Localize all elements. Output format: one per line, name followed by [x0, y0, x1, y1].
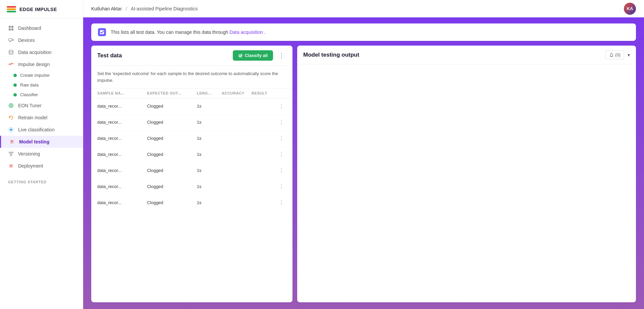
table-row: data_recor... Clogged 1s ⋮ [91, 114, 292, 130]
output-dropdown-button[interactable]: ▾ [628, 52, 630, 58]
sidebar-item-label-versioning: Versioning [18, 151, 40, 157]
table-body: data_recor... Clogged 1s ⋮ data_recor...… [91, 98, 292, 211]
user-avatar[interactable]: KA [624, 3, 636, 15]
data-icon [8, 49, 14, 55]
sidebar-item-deployment[interactable]: Deployment [0, 160, 83, 172]
cell-sample-2: data_recor... [97, 136, 147, 141]
cell-length-2: 1s [197, 136, 222, 141]
cell-expected-3: Clogged [147, 152, 197, 157]
sidebar-item-model-testing[interactable]: Model testing [0, 136, 83, 148]
top-header: Kutluhan Aktar / AI-assisted Pipeline Di… [83, 0, 644, 17]
table-row: data_recor... Clogged 1s ⋮ [91, 179, 292, 195]
cell-length-0: 1s [197, 104, 222, 109]
test-data-title: Test data [97, 52, 122, 59]
svg-point-9 [10, 105, 12, 107]
sidebar-sub-label-create-impulse: Create impulse [20, 73, 49, 78]
sidebar-item-classifier[interactable]: Classifier [0, 90, 83, 100]
sidebar-item-retrain-model[interactable]: Retrain model [0, 112, 83, 124]
table-row: data_recor... Clogged 1s ⋮ [91, 146, 292, 163]
sidebar-item-raw-data[interactable]: Raw data [0, 80, 83, 90]
col-result: RESULT [252, 91, 276, 95]
sidebar-item-label-data-acquisition: Data acquisition [18, 50, 52, 55]
row-menu-button-3[interactable]: ⋮ [276, 150, 286, 158]
dot-icon [13, 93, 17, 97]
cell-length-6: 1s [197, 200, 222, 205]
test-icon [9, 139, 15, 145]
test-data-menu-button[interactable]: ⋮ [276, 51, 286, 61]
col-length: LENG... [197, 91, 222, 95]
bell-count: (0) [615, 52, 621, 57]
svg-line-19 [11, 153, 12, 154]
svg-point-7 [9, 50, 13, 52]
row-menu-button-2[interactable]: ⋮ [276, 134, 286, 142]
row-menu-button-0[interactable]: ⋮ [276, 102, 286, 110]
test-data-table: SAMPLE NA... EXPECTED OUT... LENG... ACC… [91, 88, 292, 302]
breadcrumb-separator: / [126, 6, 127, 11]
table-row: data_recor... Clogged 1s ⋮ [91, 195, 292, 211]
row-menu-button-4[interactable]: ⋮ [276, 167, 286, 174]
sidebar-item-label-live: Live classification [18, 127, 55, 132]
svg-rect-4 [9, 39, 12, 41]
sidebar-item-label-model-testing: Model testing [19, 139, 49, 144]
dot-icon [13, 74, 17, 77]
sidebar-item-label-eon-tuner: EON Tuner [18, 103, 42, 108]
cell-expected-0: Clogged [147, 104, 197, 109]
sidebar-item-eon-tuner[interactable]: EON Tuner [0, 100, 83, 112]
svg-rect-2 [9, 28, 11, 30]
col-sample-name: SAMPLE NA... [97, 91, 147, 95]
cell-length-1: 1s [197, 120, 222, 125]
deploy-icon [8, 163, 14, 169]
test-data-info-text: Set the 'expected outcome' for each samp… [91, 66, 292, 88]
breadcrumb-username: Kutluhan Aktar [91, 6, 122, 11]
table-row: data_recor... Clogged 1s ⋮ [91, 163, 292, 179]
live-icon [8, 127, 14, 133]
data-acquisition-link[interactable]: Data acquisition [229, 29, 263, 35]
sidebar-item-label-dashboard: Dashboard [18, 25, 41, 31]
classify-all-button[interactable]: Classify all [233, 50, 273, 61]
sidebar-item-label-impulse-design: Impulse design [18, 62, 50, 67]
model-testing-output-pane: Model testing output (0) ▾ [297, 46, 636, 302]
table-row: data_recor... Clogged 1s ⋮ [91, 98, 292, 114]
sidebar-item-label-deployment: Deployment [18, 163, 43, 169]
table-header-row: SAMPLE NA... EXPECTED OUT... LENG... ACC… [91, 88, 292, 98]
sidebar-item-label-retrain: Retrain model [18, 115, 47, 120]
sidebar-item-impulse-design[interactable]: Impulse design [0, 58, 83, 70]
model-testing-header-right: (0) ▾ [605, 50, 630, 59]
logo-icon [7, 6, 16, 12]
test-data-pane: Test data Classify all ⋮ Set the 'expect… [91, 46, 292, 302]
bell-button[interactable]: (0) [605, 50, 624, 59]
sidebar-item-versioning[interactable]: Versioning [0, 148, 83, 160]
content-area: This lists all test data. You can manage… [83, 17, 644, 309]
svg-rect-3 [11, 28, 13, 30]
sidebar: EDGE IMPULSE Dashboard De [0, 0, 83, 309]
sidebar-item-live-classification[interactable]: Live classification [0, 124, 83, 136]
classify-icon [238, 53, 243, 58]
sidebar-item-data-acquisition[interactable]: Data acquisition [0, 46, 83, 58]
model-testing-title: Model testing output [303, 52, 359, 58]
cell-length-5: 1s [197, 184, 222, 189]
breadcrumb-project: AI-assisted Pipeline Diagnostics [131, 6, 198, 11]
logo-area: EDGE IMPULSE [0, 0, 83, 18]
cell-sample-4: data_recor... [97, 168, 147, 173]
cell-sample-0: data_recor... [97, 104, 147, 109]
sidebar-sub-label-classifier: Classifier [20, 92, 38, 97]
info-banner-text-after: . [264, 29, 266, 35]
sidebar-item-dashboard[interactable]: Dashboard [0, 22, 83, 34]
cell-sample-6: data_recor... [97, 200, 147, 205]
info-banner-text: This lists all test data. You can manage… [111, 29, 266, 35]
col-actions [276, 91, 286, 95]
panes-container: Test data Classify all ⋮ Set the 'expect… [83, 46, 644, 309]
test-data-header: Test data Classify all ⋮ [91, 46, 292, 66]
row-menu-button-5[interactable]: ⋮ [276, 183, 286, 190]
cell-length-3: 1s [197, 152, 222, 157]
info-banner: This lists all test data. You can manage… [91, 23, 636, 41]
info-banner-icon [98, 28, 106, 36]
svg-point-14 [9, 152, 10, 153]
svg-line-18 [10, 153, 11, 154]
row-menu-button-6[interactable]: ⋮ [276, 199, 286, 206]
sidebar-item-devices[interactable]: Devices [0, 34, 83, 46]
model-output-empty [297, 64, 636, 302]
sidebar-item-create-impulse[interactable]: Create impulse [0, 70, 83, 80]
svg-rect-0 [9, 26, 11, 28]
row-menu-button-1[interactable]: ⋮ [276, 118, 286, 126]
